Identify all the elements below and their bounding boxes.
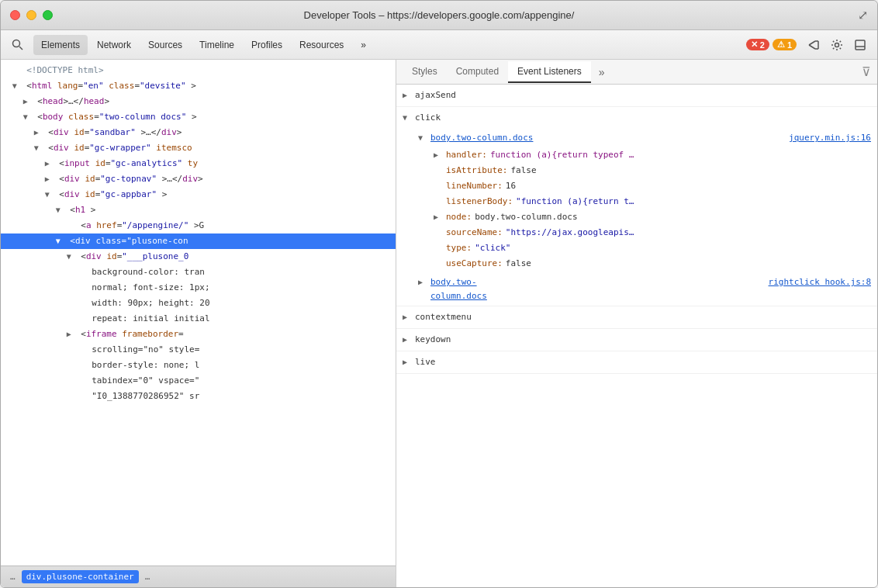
- dom-line[interactable]: scrolling="no" style=: [1, 342, 396, 358]
- warning-icon: ⚠: [777, 40, 785, 50]
- event-group-keydown: keydown: [396, 329, 877, 351]
- tab-more[interactable]: »: [594, 63, 610, 81]
- dom-line[interactable]: <div id="gc-wrapper" itemsco: [1, 140, 396, 156]
- warning-badge[interactable]: ⚠ 1: [773, 39, 797, 50]
- event-selector-2[interactable]: body.two-column.docs: [430, 275, 487, 303]
- tab-elements[interactable]: Elements: [33, 35, 88, 55]
- event-group-header[interactable]: click: [396, 107, 877, 129]
- tab-profiles[interactable]: Profiles: [244, 35, 290, 55]
- triangle-icon[interactable]: [12, 79, 22, 93]
- dom-line[interactable]: tabindex="0" vspace=": [1, 373, 396, 389]
- triangle-icon: [418, 275, 427, 289]
- breadcrumb-end-dots[interactable]: …: [142, 570, 154, 583]
- dom-tree[interactable]: <!DOCTYPE html> <html lang="en" class="d…: [1, 60, 396, 566]
- triangle-icon[interactable]: ▶: [434, 210, 443, 224]
- event-prop-node: ▶ node: body.two-column.docs: [434, 209, 871, 225]
- tab-network[interactable]: Network: [89, 35, 139, 55]
- event-source-link-2[interactable]: rightclick hook.js:8: [769, 275, 871, 289]
- event-name: contextmenu: [415, 310, 472, 325]
- close-button[interactable]: [10, 10, 20, 20]
- search-button[interactable]: [7, 35, 29, 55]
- event-selector[interactable]: body.two-column.docs: [430, 131, 533, 145]
- event-sub-header[interactable]: body.two-column.docs jquery.min.js:16: [415, 130, 871, 146]
- dom-line[interactable]: "I0_1388770286952" sr: [1, 389, 396, 404]
- main-content: <!DOCTYPE html> <html lang="en" class="d…: [1, 60, 877, 587]
- triangle-icon[interactable]: [34, 126, 43, 140]
- error-badge[interactable]: ✕ 2: [746, 39, 769, 50]
- dom-line[interactable]: <h1 >: [1, 202, 396, 218]
- dom-line[interactable]: border-style: none; l: [1, 358, 396, 373]
- triangle-icon[interactable]: ▶: [434, 148, 443, 162]
- dom-line[interactable]: repeat: initial initial: [1, 311, 396, 327]
- event-group-header[interactable]: keydown: [396, 329, 877, 351]
- tab-sources[interactable]: Sources: [140, 35, 190, 55]
- dom-line[interactable]: normal; font-size: 1px;: [1, 280, 396, 296]
- dom-line[interactable]: <div id="gc-topnav" >…</div>: [1, 171, 396, 187]
- dom-line-selected[interactable]: ▼ <div class="plusone-con: [1, 233, 396, 249]
- event-group-header[interactable]: ajaxSend: [396, 85, 877, 106]
- triangle-icon[interactable]: [45, 172, 54, 186]
- event-group-header[interactable]: live: [396, 351, 877, 373]
- svg-line-1: [19, 47, 22, 50]
- triangle-icon: [403, 88, 412, 103]
- prop-value: "click": [475, 241, 510, 255]
- prop-value: function (a){return typeof …: [490, 148, 634, 162]
- tab-resources[interactable]: Resources: [292, 35, 351, 55]
- prop-value: 16: [506, 179, 516, 193]
- event-prop-handler: ▶ handler: function (a){return typeof …: [434, 147, 871, 163]
- triangle-icon[interactable]: [23, 95, 33, 109]
- triangle-icon[interactable]: [23, 110, 33, 124]
- tab-timeline[interactable]: Timeline: [192, 35, 242, 55]
- tab-more[interactable]: »: [353, 35, 374, 55]
- dom-line[interactable]: <div id="sandbar" >…</div>: [1, 125, 396, 140]
- triangle-icon[interactable]: [34, 141, 43, 155]
- event-name: ajaxSend: [415, 88, 456, 103]
- dom-line[interactable]: <iframe frameborder=: [1, 327, 396, 342]
- dom-line[interactable]: <head>…</head>: [1, 94, 396, 109]
- dom-line[interactable]: ▼ <div id="___plusone_0: [1, 249, 396, 265]
- dom-line[interactable]: <input id="gc-analytics" ty: [1, 156, 396, 171]
- triangle-icon[interactable]: [45, 157, 54, 171]
- triangle-icon: [403, 310, 412, 325]
- dom-line[interactable]: <!DOCTYPE html>: [1, 63, 396, 78]
- window-title: Developer Tools – https://developers.goo…: [304, 9, 575, 21]
- prop-key: handler:: [446, 148, 487, 162]
- triangle-icon: [403, 355, 412, 370]
- tab-computed[interactable]: Computed: [447, 61, 508, 83]
- filter-icon[interactable]: ⊽: [862, 64, 871, 79]
- event-group-header[interactable]: contextmenu: [396, 306, 877, 328]
- breadcrumb-start-dots[interactable]: …: [7, 570, 19, 583]
- settings-button[interactable]: [826, 35, 848, 55]
- triangle-icon[interactable]: [56, 203, 65, 217]
- tab-event-listeners[interactable]: Event Listeners: [508, 61, 591, 83]
- events-content[interactable]: ajaxSend click body.two-column.docs: [396, 85, 877, 587]
- panel-tabs: Styles Computed Event Listeners » ⊽: [396, 60, 877, 85]
- titlebar: Developer Tools – https://developers.goo…: [1, 1, 877, 30]
- dom-line[interactable]: width: 90px; height: 20: [1, 296, 396, 311]
- prop-key: sourceName:: [446, 226, 503, 240]
- dom-line[interactable]: <a href="/appengine/" >G: [1, 218, 396, 233]
- dom-line[interactable]: <body class="two-column docs" >: [1, 109, 396, 125]
- event-sub-header-2[interactable]: body.two-column.docs rightclick hook.js:…: [415, 275, 871, 304]
- maximize-button[interactable]: [43, 10, 53, 20]
- skip-button[interactable]: [803, 35, 824, 55]
- dom-line[interactable]: background-color: tran: [1, 265, 396, 280]
- minimize-button[interactable]: [26, 10, 36, 20]
- event-group-live: live: [396, 351, 877, 374]
- event-source-link[interactable]: jquery.min.js:16: [789, 131, 871, 145]
- breadcrumb-active-item[interactable]: div.plusone-container: [22, 570, 139, 583]
- event-prop-usecapture: useCapture: false: [434, 256, 871, 272]
- tab-styles[interactable]: Styles: [403, 61, 447, 83]
- prop-value: false: [510, 164, 536, 178]
- dom-line[interactable]: <html lang="en" class="devsite" >: [1, 78, 396, 94]
- event-detail-2: body.two-column.docs rightclick hook.js:…: [396, 273, 877, 306]
- triangle-icon[interactable]: [67, 327, 76, 341]
- triangle-icon[interactable]: [45, 188, 54, 202]
- dom-line[interactable]: <div id="gc-appbar" >: [1, 187, 396, 202]
- dock-button[interactable]: [849, 35, 871, 55]
- prop-value: "function (a){return t…: [516, 195, 634, 209]
- expand-icon[interactable]: ⤢: [858, 8, 868, 22]
- dom-text: <!DOCTYPE html>: [26, 65, 103, 75]
- prop-value: body.two-column.docs: [475, 210, 577, 224]
- event-name: live: [415, 355, 436, 370]
